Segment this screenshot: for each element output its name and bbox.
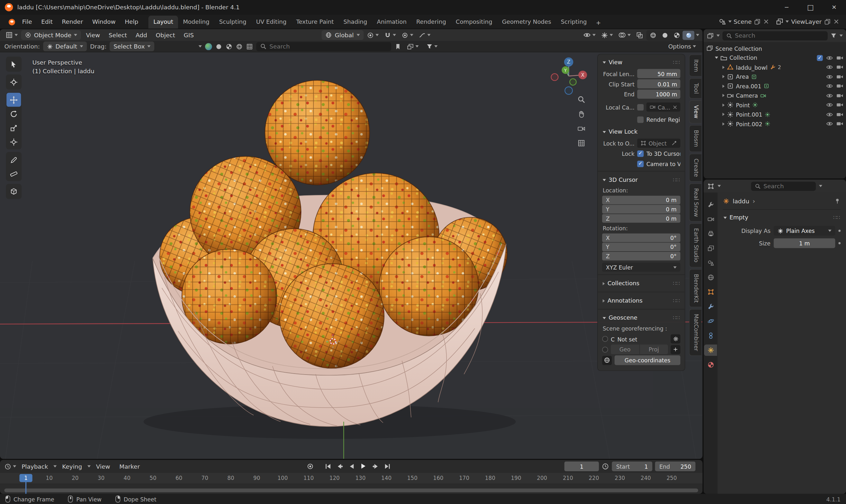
tab-blosm[interactable]: Blosm	[689, 125, 702, 151]
cursor-loc-y-field[interactable]: Y0 m	[602, 205, 680, 214]
crs-radio[interactable]	[602, 336, 608, 342]
menu-object[interactable]: Object	[152, 30, 179, 40]
geo-button[interactable]: Geo	[611, 345, 639, 354]
eye-icon[interactable]	[826, 64, 833, 71]
expand-icon[interactable]	[723, 85, 725, 88]
gizmo-neg-z-axis[interactable]	[565, 87, 572, 94]
tab-blenderkit[interactable]: BlenderKit	[689, 269, 702, 307]
play-reverse-button[interactable]	[347, 461, 357, 471]
cursor-rot-y-field[interactable]: Y0°	[602, 242, 680, 251]
cursor-loc-z-field[interactable]: Z0 m	[602, 214, 680, 222]
tool-transform[interactable]	[6, 135, 21, 149]
camera-icon[interactable]	[836, 111, 843, 118]
playhead-line[interactable]	[25, 482, 27, 494]
tab-modeling[interactable]: Modeling	[178, 16, 214, 29]
panel-geoscene-header[interactable]: Geoscene	[602, 312, 680, 323]
basemap-icon[interactable]	[205, 43, 212, 50]
tool-measure[interactable]	[6, 167, 21, 181]
expand-icon[interactable]	[723, 94, 725, 97]
camera-to-view-checkbox[interactable]	[637, 160, 644, 167]
tab-output-properties[interactable]	[704, 228, 717, 239]
checker-toggle-icon[interactable]	[226, 43, 233, 50]
tree-row-scene-collection[interactable]: Scene Collection	[704, 44, 846, 53]
tab-modifier-properties[interactable]	[704, 301, 717, 312]
minimize-button[interactable]	[775, 0, 798, 15]
gizmo-neg-x-axis[interactable]	[551, 74, 558, 80]
menu-window[interactable]: Window	[88, 16, 120, 27]
menu-view[interactable]: View	[82, 30, 104, 40]
proj-button[interactable]: Proj	[640, 345, 668, 354]
properties-editor-icon[interactable]	[707, 182, 715, 190]
camera-view-icon[interactable]	[577, 125, 585, 133]
camera-icon[interactable]	[836, 73, 843, 80]
filter-button[interactable]	[424, 43, 440, 50]
camera-icon[interactable]	[836, 92, 843, 99]
timeline-editor-icon[interactable]	[4, 463, 11, 470]
visibility-toggle[interactable]	[581, 31, 598, 38]
cursor-rot-x-field[interactable]: X0°	[602, 234, 680, 242]
menu-help[interactable]: Help	[121, 16, 143, 27]
gizmos-toggle[interactable]	[599, 32, 615, 38]
shading-material-button[interactable]	[670, 31, 682, 40]
proportional-edit-button[interactable]	[399, 32, 415, 38]
tab-view[interactable]: View	[689, 101, 702, 123]
render-region-checkbox[interactable]	[637, 116, 644, 123]
tab-tool[interactable]: Tool	[689, 78, 702, 99]
bookmark-icon[interactable]	[395, 43, 402, 50]
next-keyframe-button[interactable]	[370, 461, 380, 471]
tab-world-properties[interactable]	[704, 272, 717, 283]
current-frame-field[interactable]: 1	[564, 461, 599, 471]
tree-row-area-001[interactable]: Area.001	[704, 81, 846, 91]
tab-material-properties[interactable]	[704, 359, 717, 371]
local-camera-field[interactable]: Ca...	[647, 103, 681, 112]
to-3d-cursor-checkbox[interactable]	[637, 150, 644, 157]
expand-icon[interactable]	[723, 113, 725, 116]
auto-keying-button[interactable]	[305, 461, 315, 471]
tab-tool-properties[interactable]	[704, 199, 717, 210]
animate-dot[interactable]	[838, 230, 841, 232]
panel-annotations-header[interactable]: Annotations	[602, 295, 680, 306]
eyedropper-icon[interactable]	[671, 140, 677, 146]
expand-icon[interactable]	[723, 104, 725, 107]
clip-start-field[interactable]: 0.01 m	[637, 79, 680, 89]
falloff-button[interactable]	[416, 32, 432, 38]
zoom-icon[interactable]	[577, 95, 585, 104]
eye-icon[interactable]	[826, 92, 833, 99]
tab-shading[interactable]: Shading	[339, 16, 372, 29]
xray-toggle[interactable]	[634, 32, 645, 38]
editor-type-button[interactable]	[3, 31, 20, 38]
add-crs-button[interactable]	[670, 345, 680, 354]
crs-settings-button[interactable]	[670, 335, 680, 344]
end-frame-field[interactable]: End250	[655, 461, 695, 471]
menu-playback[interactable]: Playback	[18, 461, 52, 471]
panel-view-header[interactable]: View	[602, 56, 680, 68]
preview-range-clock-icon[interactable]	[602, 462, 610, 470]
tree-row-laddu-bowl[interactable]: laddu_bowl 2	[704, 62, 846, 72]
blender-logo-icon[interactable]	[5, 18, 15, 25]
tab-constraint-properties[interactable]	[704, 330, 717, 341]
timeline-scrollbar[interactable]	[4, 489, 698, 492]
snapping-button[interactable]	[382, 32, 398, 38]
add-workspace-button[interactable]: +	[592, 17, 605, 29]
tab-create[interactable]: Create	[689, 154, 702, 182]
tool-3d-cursor[interactable]	[6, 75, 21, 89]
shading-wireframe-button[interactable]	[647, 31, 659, 40]
geocoords-icon-button[interactable]	[602, 356, 612, 365]
tree-row-collection[interactable]: Collection	[704, 53, 846, 62]
pan-hand-icon[interactable]	[577, 110, 585, 118]
outliner-editor-icon[interactable]	[707, 32, 714, 39]
tab-scene-properties[interactable]	[704, 257, 717, 269]
shading-rendered-button[interactable]	[682, 31, 694, 40]
eye-icon[interactable]	[826, 121, 833, 127]
close-button[interactable]	[822, 0, 846, 15]
laddu-object[interactable]	[279, 264, 384, 368]
menu-marker[interactable]: Marker	[116, 461, 143, 471]
empty-section-header[interactable]: Empty	[723, 212, 841, 223]
shading-solid-button[interactable]	[659, 31, 671, 40]
tab-physics-properties[interactable]	[704, 316, 717, 327]
breadcrumb-object-name[interactable]: laddu	[733, 198, 749, 204]
tree-row-point[interactable]: Point	[704, 100, 846, 110]
shading-toggle-icon[interactable]	[215, 43, 223, 50]
cursor-rot-z-field[interactable]: Z0°	[602, 252, 680, 260]
tool-annotate[interactable]	[6, 152, 21, 167]
